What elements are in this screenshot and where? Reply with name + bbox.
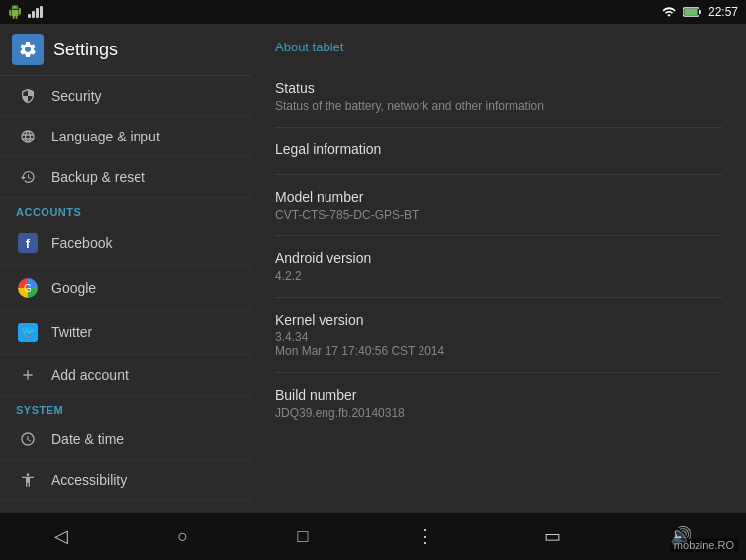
content-area: About tablet Status Status of the batter…	[251, 24, 746, 513]
sidebar-item-datetime[interactable]: Date & time	[0, 420, 251, 460]
back-button[interactable]: ◁	[35, 517, 88, 555]
settings-title: Settings	[53, 40, 118, 60]
kernel-subtitle: 3.4.34 Mon Mar 17 17:40:56 CST 2014	[275, 330, 722, 358]
wifi-status-icon	[28, 6, 46, 18]
main-layout: Settings Security Language & input Backu…	[0, 24, 746, 513]
navigation-bar: ◁ ○ □ ⋮ ▭ 🔊	[0, 513, 746, 560]
sidebar-item-twitter[interactable]: 🐦 Twitter	[0, 311, 251, 355]
svg-rect-5	[699, 10, 701, 14]
sidebar-item-backup[interactable]: Backup & reset	[0, 157, 251, 198]
model-subtitle: CVT-CTS-785-DC-GPS-BT	[275, 208, 722, 222]
system-section-label: SYSTEM	[0, 396, 251, 420]
home-button[interactable]: ○	[157, 518, 208, 555]
google-icon: G	[16, 278, 40, 298]
status-right-icons: 22:57	[661, 5, 738, 19]
clock: 22:57	[708, 5, 738, 19]
sidebar-item-language-label: Language & input	[51, 129, 160, 144]
sidebar-item-datetime-label: Date & time	[51, 431, 124, 447]
build-subtitle: JDQ39.eng.fb.20140318	[275, 406, 722, 420]
legal-title: Legal information	[275, 141, 722, 157]
sidebar-item-twitter-label: Twitter	[51, 325, 92, 340]
sidebar-item-facebook[interactable]: f Facebook	[0, 222, 251, 266]
content-item-model[interactable]: Model number CVT-CTS-785-DC-GPS-BT	[275, 175, 722, 236]
screenshot-button[interactable]: ▭	[524, 517, 581, 555]
sidebar-item-developer[interactable]: Developer options	[0, 501, 251, 513]
sidebar-item-add-account-label: Add account	[51, 367, 129, 383]
android-icon	[8, 5, 22, 19]
sidebar-item-add-account[interactable]: Add account	[0, 355, 251, 396]
content-item-kernel[interactable]: Kernel version 3.4.34 Mon Mar 17 17:40:5…	[275, 298, 722, 373]
sidebar-item-accessibility-label: Accessibility	[51, 472, 127, 488]
wifi-icon	[661, 5, 677, 19]
settings-app-icon	[12, 34, 44, 65]
status-bar: 22:57	[0, 0, 746, 24]
svg-rect-0	[28, 14, 31, 18]
menu-button[interactable]: ⋮	[397, 517, 454, 555]
svg-rect-1	[32, 11, 35, 18]
status-title: Status	[275, 80, 722, 96]
accessibility-icon	[16, 472, 40, 488]
sidebar-item-google-label: Google	[51, 280, 96, 296]
datetime-icon	[16, 431, 40, 447]
sidebar-item-accessibility[interactable]: Accessibility	[0, 460, 251, 501]
sidebar: Settings Security Language & input Backu…	[0, 24, 251, 513]
accounts-section-label: ACCOUNTS	[0, 198, 251, 222]
sidebar-item-language[interactable]: Language & input	[0, 117, 251, 157]
svg-rect-3	[40, 6, 43, 18]
facebook-icon: f	[16, 233, 40, 253]
build-title: Build number	[275, 387, 722, 403]
content-item-android[interactable]: Android version 4.2.2	[275, 236, 722, 298]
svg-rect-6	[684, 9, 697, 15]
content-title: About tablet	[275, 40, 722, 54]
add-account-icon	[16, 367, 40, 383]
sidebar-item-facebook-label: Facebook	[51, 235, 112, 251]
twitter-icon: 🐦	[16, 323, 40, 342]
content-item-legal[interactable]: Legal information	[275, 128, 722, 175]
svg-rect-2	[36, 8, 39, 18]
battery-icon	[683, 6, 702, 18]
sidebar-item-backup-label: Backup & reset	[51, 169, 145, 185]
security-icon	[16, 88, 40, 104]
model-title: Model number	[275, 189, 722, 205]
status-left-icons	[8, 5, 46, 19]
status-subtitle: Status of the battery, network and other…	[275, 99, 722, 113]
watermark: mobzine.RO	[670, 538, 738, 552]
sidebar-item-google[interactable]: G Google	[0, 266, 251, 311]
content-item-build[interactable]: Build number JDQ39.eng.fb.20140318	[275, 373, 722, 433]
kernel-title: Kernel version	[275, 312, 722, 327]
sidebar-item-security[interactable]: Security	[0, 76, 251, 117]
content-item-status[interactable]: Status Status of the battery, network an…	[275, 66, 722, 128]
backup-icon	[16, 169, 40, 185]
language-icon	[16, 129, 40, 144]
android-subtitle: 4.2.2	[275, 269, 722, 283]
sidebar-item-security-label: Security	[51, 88, 102, 104]
settings-header: Settings	[0, 24, 251, 76]
recent-button[interactable]: □	[277, 518, 327, 555]
android-title: Android version	[275, 250, 722, 266]
